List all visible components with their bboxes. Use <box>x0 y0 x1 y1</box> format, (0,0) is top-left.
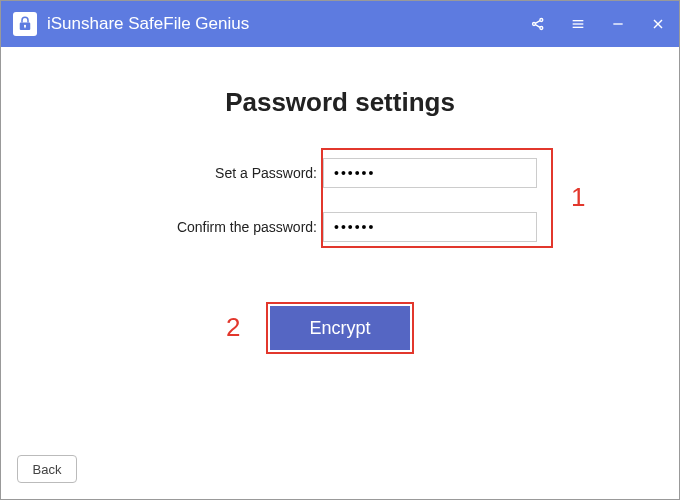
annotation-label-1: 1 <box>571 182 585 213</box>
annotation-label-2: 2 <box>226 312 240 343</box>
svg-point-5 <box>540 27 543 30</box>
set-password-label: Set a Password: <box>143 165 323 181</box>
app-title: iSunshare SafeFile Genius <box>47 14 529 34</box>
password-form: 1 Set a Password: Confirm the password: <box>143 158 537 266</box>
main-content: Password settings 1 Set a Password: Conf… <box>1 47 679 350</box>
encrypt-button-area: 2 Encrypt <box>270 306 410 350</box>
minimize-icon[interactable] <box>609 15 627 33</box>
svg-point-3 <box>533 23 536 26</box>
page-title: Password settings <box>51 87 629 118</box>
confirm-password-row: Confirm the password: <box>143 212 537 242</box>
window-controls <box>529 15 667 33</box>
close-icon[interactable] <box>649 15 667 33</box>
encrypt-button[interactable]: Encrypt <box>270 306 410 350</box>
app-lock-icon <box>13 12 37 36</box>
svg-rect-2 <box>24 26 25 28</box>
svg-point-4 <box>540 19 543 22</box>
menu-icon[interactable] <box>569 15 587 33</box>
svg-line-7 <box>535 25 540 28</box>
set-password-row: Set a Password: <box>143 158 537 188</box>
share-icon[interactable] <box>529 15 547 33</box>
set-password-input[interactable] <box>323 158 537 188</box>
confirm-password-label: Confirm the password: <box>143 219 323 235</box>
back-button[interactable]: Back <box>17 455 77 483</box>
svg-line-6 <box>535 21 540 24</box>
confirm-password-input[interactable] <box>323 212 537 242</box>
titlebar: iSunshare SafeFile Genius <box>1 1 679 47</box>
